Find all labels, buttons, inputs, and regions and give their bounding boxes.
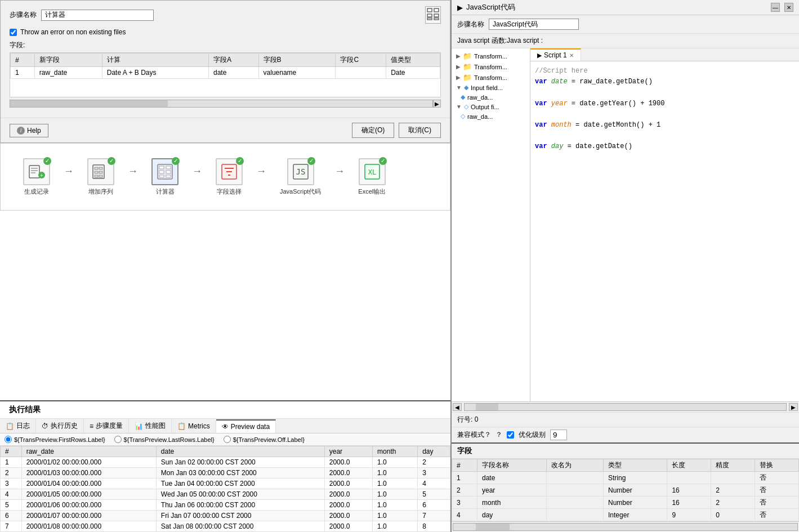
data-row-3: 32000/01/04 00:00:00.000Tue Jan 04 00:00… xyxy=(1,479,450,489)
js-step-label: 步骤名称 xyxy=(457,20,484,29)
tab-log[interactable]: 📋 日志 xyxy=(0,419,36,433)
tree-item-transform2[interactable]: ▶ 📁 Transform... xyxy=(452,61,530,72)
step-check-sequence: ✓ xyxy=(108,157,115,165)
jf-row-3: 3monthNumber162否 xyxy=(452,497,799,509)
log-icon: 📋 xyxy=(6,422,14,430)
svg-rect-6 xyxy=(29,166,39,178)
code-line-1: var date = raw_date.getDate() xyxy=(535,77,794,87)
tree-item-transform3[interactable]: ▶ 📁 Transform... xyxy=(452,72,530,83)
jf-col-num: # xyxy=(452,459,477,472)
tree-arrow-input: ▼ xyxy=(456,84,462,91)
code-line-4: var day = date.getDate() xyxy=(535,141,794,152)
tree-folder-1: 📁 xyxy=(463,52,472,60)
radio-first[interactable]: ${TransPreview.FirstRows.Label} xyxy=(5,436,105,443)
minimize-button[interactable]: — xyxy=(771,3,780,12)
tab-perf[interactable]: 📊 性能图 xyxy=(129,419,172,433)
help-icon: i xyxy=(17,127,25,135)
code-blank-2 xyxy=(535,109,794,120)
compat-row: 兼容模式？ ？ 优化级别 xyxy=(452,427,799,442)
tree-item-transform1[interactable]: ▶ 📁 Transform... xyxy=(452,51,530,61)
svg-rect-23 xyxy=(166,171,171,173)
arrow-3: → xyxy=(192,166,202,189)
radio-off[interactable]: ${TransPreview.Off.Label} xyxy=(224,436,305,443)
scroll-right-btn[interactable]: ▶ xyxy=(433,100,441,108)
step-check-generate: ✓ xyxy=(43,157,51,165)
tree-label-1: Transform... xyxy=(474,53,507,60)
pipeline-step-excel[interactable]: ✓ XL Excel输出 xyxy=(358,158,386,196)
canvas-area xyxy=(0,211,450,400)
js-func-label: Java script 函数:Java script : xyxy=(452,34,799,48)
code-editor[interactable]: //Script here var date = raw_date.getDat… xyxy=(530,61,799,401)
step-check-calc: ✓ xyxy=(172,157,180,165)
help-button[interactable]: i Help xyxy=(10,124,48,137)
pipeline-step-calc[interactable]: ✓ 计算器 xyxy=(151,158,178,196)
fields-hscroll[interactable] xyxy=(453,523,798,531)
code-tab-close[interactable]: ✕ xyxy=(569,52,574,59)
ok-button[interactable]: 确定(O) xyxy=(352,123,394,138)
svg-rect-3 xyxy=(434,14,439,17)
cancel-button[interactable]: 取消(C) xyxy=(399,123,441,138)
scroll-right-btn2[interactable]: ▶ xyxy=(789,403,798,411)
tree-item-output-fields[interactable]: ▼ ◇ Output fi... xyxy=(452,102,530,111)
tree-arrow-2: ▶ xyxy=(456,64,461,70)
results-title: 执行结果 xyxy=(0,401,450,419)
tree-label-input: Input field... xyxy=(471,84,503,91)
arrow-5: → xyxy=(334,166,345,189)
script-tab-icon: ▶ xyxy=(537,52,542,59)
tree-folder-3: 📁 xyxy=(463,73,472,82)
col-month: month xyxy=(373,446,418,457)
raw-date-output-icon: ◇ xyxy=(461,113,465,120)
pipeline-step-generate[interactable]: ✓ + 生成记录 xyxy=(23,158,50,196)
code-tab-script1[interactable]: ▶ Script 1 ✕ xyxy=(530,48,581,61)
svg-rect-2 xyxy=(427,14,432,17)
throw-error-checkbox[interactable] xyxy=(10,29,17,36)
js-content-area: ▶ 📁 Transform... ▶ 📁 Transform... ▶ 📁 Tr… xyxy=(452,48,799,401)
output-field-icon: ◇ xyxy=(464,103,468,110)
step-name-input[interactable] xyxy=(41,10,154,21)
svg-rect-1 xyxy=(434,8,439,12)
step-check-filter: ✓ xyxy=(236,157,244,165)
code-line-comment: //Script here xyxy=(535,66,794,77)
fields-section-label: 字段: xyxy=(10,41,441,50)
step-name-label: 步骤名称 xyxy=(10,10,37,20)
svg-rect-15 xyxy=(95,171,98,173)
jf-row-1: 1dateString否 xyxy=(452,472,799,484)
code-line-3: var month = date.getMonth() + 1 xyxy=(535,120,794,131)
table-hscroll[interactable] xyxy=(10,100,433,108)
js-step-name-input[interactable] xyxy=(489,19,579,30)
tree-item-raw-date-input[interactable]: ◆ raw_da... xyxy=(452,92,530,102)
tab-metrics[interactable]: ≡ 步骤度量 xyxy=(84,419,129,433)
preview-table: # raw_date date year month day 12000/01/… xyxy=(0,446,450,532)
compat-question: ？ xyxy=(496,430,502,440)
tab-history[interactable]: ⏱ 执行历史 xyxy=(36,419,84,433)
compat-checkbox[interactable] xyxy=(507,431,514,439)
tree-item-input-fields[interactable]: ▼ ◆ Input field... xyxy=(452,83,530,92)
svg-rect-24 xyxy=(159,175,164,177)
code-hscroll[interactable] xyxy=(464,403,787,411)
radio-last[interactable]: ${TransPreview.LastRows.Label} xyxy=(114,436,215,443)
tree-label-2: Transform... xyxy=(474,64,507,70)
js-step-name-row: 步骤名称 xyxy=(452,15,799,34)
scroll-left-btn[interactable]: ◀ xyxy=(453,403,462,411)
tree-item-raw-date-output[interactable]: ◇ raw_da... xyxy=(452,111,530,121)
table-hscroll-thumb xyxy=(10,100,168,107)
tab-metrics2[interactable]: 📋 Metrics xyxy=(172,420,216,432)
calculator-dialog: 步骤名称 xyxy=(0,0,450,143)
tree-label-3: Transform... xyxy=(474,74,507,81)
tree-arrow-output: ▼ xyxy=(456,104,462,110)
optim-level-input[interactable] xyxy=(550,430,567,440)
jf-col-precision: 精度 xyxy=(711,459,755,472)
data-row-7: 72000/01/08 00:00:00.000Sat Jan 08 00:00… xyxy=(1,521,450,532)
col-type: 值类型 xyxy=(386,53,440,67)
close-button[interactable]: ✕ xyxy=(784,3,793,12)
throw-error-label: Throw an error on non existing files xyxy=(20,28,126,36)
pipeline-step-js[interactable]: ✓ JS JavaScript代码 xyxy=(280,158,321,196)
pipeline-step-filter[interactable]: ✓ 字段选择 xyxy=(216,158,243,196)
data-row-6: 62000/01/07 00:00:00.000Fri Jan 07 00:00… xyxy=(1,511,450,521)
pipeline-step-sequence[interactable]: ✓ 增加序列 xyxy=(87,158,114,196)
svg-rect-18 xyxy=(99,175,102,177)
js-dialog: ▶ JavaScript代码 — ✕ 步骤名称 Java script 函数:J… xyxy=(450,0,799,532)
tab-preview[interactable]: 👁 Preview data xyxy=(216,419,276,433)
tree-label-output: Output fi... xyxy=(471,104,499,110)
window-controls: — ✕ xyxy=(771,3,793,12)
